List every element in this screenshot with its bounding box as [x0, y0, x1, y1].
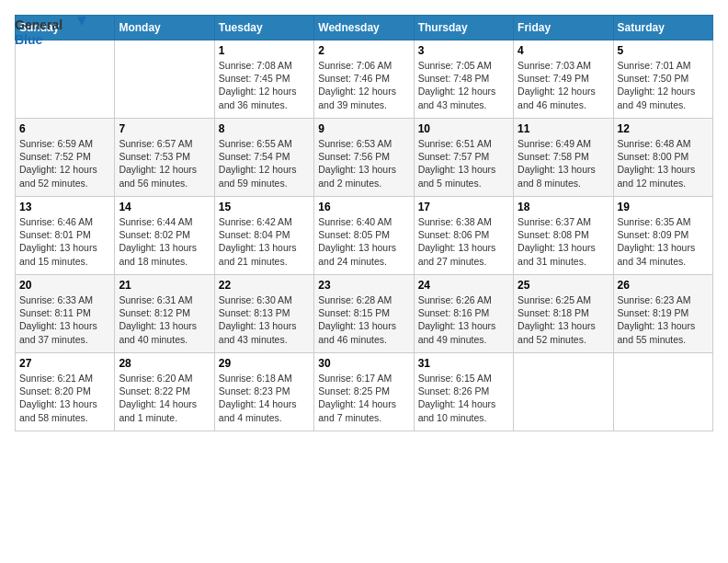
day-info: Sunrise: 6:33 AM Sunset: 8:11 PM Dayligh… — [19, 293, 110, 346]
calendar-cell: 2Sunrise: 7:06 AM Sunset: 7:46 PM Daylig… — [314, 40, 414, 119]
day-info: Sunrise: 6:55 AM Sunset: 7:54 PM Dayligh… — [219, 137, 310, 190]
calendar-cell: 1Sunrise: 7:08 AM Sunset: 7:45 PM Daylig… — [214, 40, 313, 119]
calendar-cell: 7Sunrise: 6:57 AM Sunset: 7:53 PM Daylig… — [115, 119, 214, 197]
day-number: 30 — [318, 357, 409, 370]
day-number: 15 — [219, 201, 310, 213]
calendar-cell: 28Sunrise: 6:20 AM Sunset: 8:22 PM Dayli… — [115, 353, 214, 431]
day-info: Sunrise: 6:21 AM Sunset: 8:20 PM Dayligh… — [19, 372, 110, 424]
calendar-cell: 15Sunrise: 6:42 AM Sunset: 8:04 PM Dayli… — [214, 197, 313, 275]
day-info: Sunrise: 7:01 AM Sunset: 7:50 PM Dayligh… — [618, 59, 709, 111]
day-header-tuesday: Tuesday — [214, 16, 313, 40]
day-header-thursday: Thursday — [414, 16, 513, 40]
day-number: 27 — [19, 357, 110, 370]
day-number: 4 — [518, 44, 609, 57]
day-number: 17 — [418, 201, 509, 213]
day-info: Sunrise: 6:35 AM Sunset: 8:09 PM Dayligh… — [618, 215, 709, 268]
calendar-cell: 4Sunrise: 7:03 AM Sunset: 7:49 PM Daylig… — [514, 40, 613, 119]
day-info: Sunrise: 7:06 AM Sunset: 7:46 PM Dayligh… — [318, 59, 409, 111]
day-number: 25 — [518, 279, 609, 292]
calendar-cell: 12Sunrise: 6:48 AM Sunset: 8:00 PM Dayli… — [613, 119, 712, 197]
day-header-monday: Monday — [115, 16, 214, 40]
day-info: Sunrise: 6:18 AM Sunset: 8:23 PM Dayligh… — [219, 372, 310, 424]
calendar-cell: 22Sunrise: 6:30 AM Sunset: 8:13 PM Dayli… — [214, 275, 313, 353]
day-number: 1 — [219, 44, 310, 57]
calendar-cell — [16, 40, 115, 119]
day-info: Sunrise: 6:42 AM Sunset: 8:04 PM Dayligh… — [219, 215, 310, 268]
day-number: 20 — [19, 279, 110, 292]
calendar-week-5: 27Sunrise: 6:21 AM Sunset: 8:20 PM Dayli… — [16, 353, 713, 431]
day-number: 2 — [318, 44, 409, 57]
day-info: Sunrise: 7:05 AM Sunset: 7:48 PM Dayligh… — [418, 59, 509, 111]
calendar-cell: 16Sunrise: 6:40 AM Sunset: 8:05 PM Dayli… — [314, 197, 414, 275]
calendar-body: 1Sunrise: 7:08 AM Sunset: 7:45 PM Daylig… — [16, 40, 713, 431]
calendar-cell: 5Sunrise: 7:01 AM Sunset: 7:50 PM Daylig… — [613, 40, 712, 119]
calendar-cell: 27Sunrise: 6:21 AM Sunset: 8:20 PM Dayli… — [16, 353, 115, 431]
calendar-cell — [613, 353, 712, 431]
day-number: 10 — [418, 122, 509, 135]
calendar-cell — [514, 353, 613, 431]
calendar-cell: 23Sunrise: 6:28 AM Sunset: 8:15 PM Dayli… — [314, 275, 414, 353]
day-number: 9 — [318, 122, 409, 135]
day-info: Sunrise: 6:25 AM Sunset: 8:18 PM Dayligh… — [518, 293, 609, 346]
day-header-friday: Friday — [514, 16, 613, 40]
svg-text:General: General — [15, 17, 63, 32]
day-number: 11 — [518, 122, 609, 135]
calendar-cell: 14Sunrise: 6:44 AM Sunset: 8:02 PM Dayli… — [115, 197, 214, 275]
day-info: Sunrise: 6:51 AM Sunset: 7:57 PM Dayligh… — [418, 137, 509, 190]
day-number: 23 — [318, 279, 409, 292]
calendar-week-4: 20Sunrise: 6:33 AM Sunset: 8:11 PM Dayli… — [16, 275, 713, 353]
day-info: Sunrise: 6:28 AM Sunset: 8:15 PM Dayligh… — [318, 293, 409, 346]
day-number: 8 — [219, 122, 310, 135]
calendar-cell: 21Sunrise: 6:31 AM Sunset: 8:12 PM Dayli… — [115, 275, 214, 353]
calendar-cell — [115, 40, 214, 119]
day-info: Sunrise: 6:37 AM Sunset: 8:08 PM Dayligh… — [518, 215, 609, 268]
day-number: 21 — [119, 279, 210, 292]
calendar-cell: 25Sunrise: 6:25 AM Sunset: 8:18 PM Dayli… — [514, 275, 613, 353]
day-number: 18 — [518, 201, 609, 213]
day-info: Sunrise: 6:31 AM Sunset: 8:12 PM Dayligh… — [119, 293, 210, 346]
day-number: 12 — [618, 122, 709, 135]
calendar-header: SundayMondayTuesdayWednesdayThursdayFrid… — [16, 16, 713, 40]
logo-display: General Blue — [15, 15, 88, 52]
day-info: Sunrise: 6:38 AM Sunset: 8:06 PM Dayligh… — [418, 215, 509, 268]
day-header-wednesday: Wednesday — [314, 16, 414, 40]
calendar-cell: 8Sunrise: 6:55 AM Sunset: 7:54 PM Daylig… — [214, 119, 313, 197]
day-info: Sunrise: 6:17 AM Sunset: 8:25 PM Dayligh… — [318, 372, 409, 424]
day-info: Sunrise: 6:15 AM Sunset: 8:26 PM Dayligh… — [418, 372, 509, 424]
calendar-cell: 31Sunrise: 6:15 AM Sunset: 8:26 PM Dayli… — [414, 353, 513, 431]
svg-text:Blue: Blue — [15, 32, 43, 47]
svg-marker-5 — [77, 17, 86, 26]
day-info: Sunrise: 6:46 AM Sunset: 8:01 PM Dayligh… — [19, 215, 110, 268]
calendar-cell: 17Sunrise: 6:38 AM Sunset: 8:06 PM Dayli… — [414, 197, 513, 275]
calendar-cell: 10Sunrise: 6:51 AM Sunset: 7:57 PM Dayli… — [414, 119, 513, 197]
calendar-cell: 19Sunrise: 6:35 AM Sunset: 8:09 PM Dayli… — [613, 197, 712, 275]
day-number: 24 — [418, 279, 509, 292]
calendar-cell: 9Sunrise: 6:53 AM Sunset: 7:56 PM Daylig… — [314, 119, 414, 197]
day-number: 31 — [418, 357, 509, 370]
calendar-table: SundayMondayTuesdayWednesdayThursdayFrid… — [15, 15, 713, 431]
day-info: Sunrise: 6:26 AM Sunset: 8:16 PM Dayligh… — [418, 293, 509, 346]
day-info: Sunrise: 6:57 AM Sunset: 7:53 PM Dayligh… — [119, 137, 210, 190]
day-number: 6 — [19, 122, 110, 135]
calendar-cell: 11Sunrise: 6:49 AM Sunset: 7:58 PM Dayli… — [514, 119, 613, 197]
day-number: 14 — [119, 201, 210, 213]
day-info: Sunrise: 6:44 AM Sunset: 8:02 PM Dayligh… — [119, 215, 210, 268]
calendar-cell: 6Sunrise: 6:59 AM Sunset: 7:52 PM Daylig… — [16, 119, 115, 197]
day-info: Sunrise: 7:08 AM Sunset: 7:45 PM Dayligh… — [219, 59, 310, 111]
calendar-cell: 30Sunrise: 6:17 AM Sunset: 8:25 PM Dayli… — [314, 353, 414, 431]
day-info: Sunrise: 6:23 AM Sunset: 8:19 PM Dayligh… — [618, 293, 709, 346]
calendar-week-2: 6Sunrise: 6:59 AM Sunset: 7:52 PM Daylig… — [16, 119, 713, 197]
calendar-cell: 29Sunrise: 6:18 AM Sunset: 8:23 PM Dayli… — [214, 353, 313, 431]
day-header-saturday: Saturday — [613, 16, 712, 40]
day-info: Sunrise: 6:49 AM Sunset: 7:58 PM Dayligh… — [518, 137, 609, 190]
day-number: 3 — [418, 44, 509, 57]
day-info: Sunrise: 6:59 AM Sunset: 7:52 PM Dayligh… — [19, 137, 110, 190]
calendar-cell: 26Sunrise: 6:23 AM Sunset: 8:19 PM Dayli… — [613, 275, 712, 353]
day-number: 28 — [119, 357, 210, 370]
day-number: 16 — [318, 201, 409, 213]
day-info: Sunrise: 6:40 AM Sunset: 8:05 PM Dayligh… — [318, 215, 409, 268]
day-number: 7 — [119, 122, 210, 135]
calendar-cell: 24Sunrise: 6:26 AM Sunset: 8:16 PM Dayli… — [414, 275, 513, 353]
day-number: 5 — [618, 44, 709, 57]
calendar-week-1: 1Sunrise: 7:08 AM Sunset: 7:45 PM Daylig… — [16, 40, 713, 119]
